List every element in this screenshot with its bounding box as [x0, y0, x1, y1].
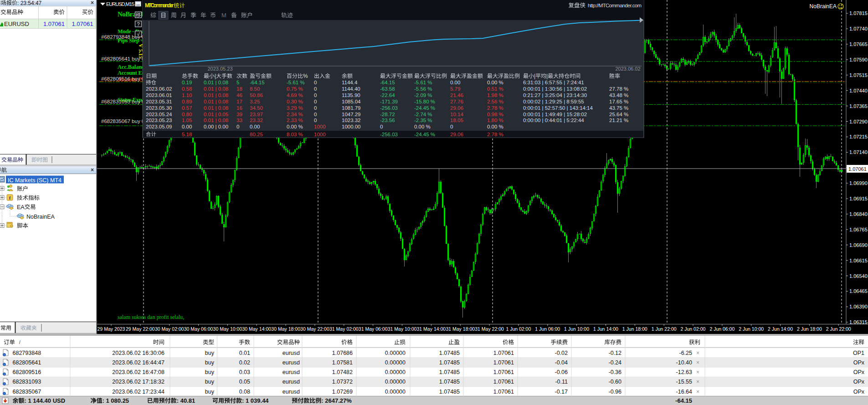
svg-text:0.00: 0.00 — [182, 124, 192, 129]
svg-text:0: 0 — [314, 99, 317, 104]
svg-text:1.07581: 1.07581 — [332, 359, 353, 366]
svg-text:f: f — [9, 195, 11, 200]
svg-text:0.00 %: 0.00 % — [414, 124, 431, 129]
svg-text:-0.36: -0.36 — [609, 369, 622, 375]
svg-text:0.58: 0.58 — [182, 86, 192, 92]
svg-text:31 May 18:00: 31 May 18:00 — [446, 326, 475, 332]
svg-text:OPx: OPx — [853, 369, 865, 375]
svg-text:1.80 %: 1.80 % — [487, 118, 503, 123]
svg-text:18.05: 18.05 — [450, 118, 463, 123]
svg-text:18: 18 — [236, 86, 242, 92]
svg-text:8.50: 8.50 — [250, 86, 260, 92]
svg-text:0.00000: 0.00000 — [385, 350, 406, 356]
svg-text:39: 39 — [236, 112, 242, 117]
svg-text:2.33 %: 2.33 % — [287, 118, 303, 123]
svg-text:-256.03: -256.03 — [380, 132, 398, 137]
svg-text:50.86: 50.86 — [250, 92, 263, 98]
svg-text:0.01: 0.01 — [239, 350, 250, 356]
svg-text:EURUSD: EURUSD — [4, 21, 29, 27]
svg-text:5.18: 5.18 — [182, 132, 192, 137]
svg-text:1.07061: 1.07061 — [493, 350, 514, 356]
svg-text:5: 5 — [236, 80, 239, 85]
svg-text:buy: buy — [205, 369, 215, 375]
svg-text:1 Jun 10:00: 1 Jun 10:00 — [564, 326, 589, 332]
svg-text:OPx: OPx — [853, 359, 865, 366]
svg-text:0: 0 — [236, 124, 239, 129]
svg-text:2.78 %: 2.78 % — [487, 105, 503, 111]
svg-text:: 23:54:47: : 23:54:47 — [17, 0, 42, 6]
svg-text:23.32: 23.32 — [250, 118, 263, 123]
svg-text:0.00 %: 0.00 % — [487, 80, 503, 85]
svg-text:buy: buy — [205, 389, 215, 395]
svg-text:29 May 22:00: 29 May 22:00 — [126, 326, 155, 332]
svg-text:1.07140: 1.07140 — [849, 149, 868, 155]
svg-text:-15.55: -15.55 — [676, 379, 692, 385]
svg-text:2023.05.30: 2023.05.30 — [146, 105, 172, 111]
svg-text:-2.74 %: -2.74 % — [414, 112, 432, 117]
svg-text:1.07061: 1.07061 — [493, 389, 514, 395]
svg-text:2023.05.09: 2023.05.09 — [146, 124, 172, 129]
svg-text:27.76: 27.76 — [450, 99, 463, 104]
svg-text:682793848: 682793848 — [13, 350, 41, 356]
svg-text:-0.24: -0.24 — [609, 359, 622, 366]
svg-text:1.07440: 1.07440 — [849, 88, 868, 93]
svg-text:30 May 18:00: 30 May 18:00 — [271, 326, 300, 332]
svg-text:-0.60: -0.60 — [609, 379, 622, 385]
svg-text:-12.63: -12.63 — [676, 369, 692, 375]
svg-text:1.07485: 1.07485 — [439, 359, 460, 366]
svg-text:29.06: 29.06 — [450, 132, 463, 137]
svg-text:29.06: 29.06 — [450, 105, 463, 111]
svg-text:2023.06.02 16:47:08: 2023.06.02 16:47:08 — [112, 369, 164, 375]
svg-text:1.06915: 1.06915 — [849, 196, 868, 201]
svg-text:43.75 %: 43.75 % — [609, 105, 628, 111]
svg-text:1.07061: 1.07061 — [493, 369, 514, 375]
svg-text:IC Markets (SC) MT4: IC Markets (SC) MT4 — [8, 177, 62, 184]
svg-text:M: M — [221, 12, 226, 19]
svg-text:31 May 10:00: 31 May 10:00 — [388, 326, 417, 332]
svg-text:1.07485: 1.07485 — [439, 369, 460, 375]
svg-text:http://MTCommander.com: http://MTCommander.com — [588, 3, 642, 8]
svg-text:16: 16 — [236, 105, 242, 111]
svg-text:25.64 %: 25.64 % — [609, 112, 628, 117]
svg-text:0.00 | 0.00: 0.00 | 0.00 — [204, 124, 228, 129]
svg-text:1.07482: 1.07482 — [332, 369, 353, 375]
svg-text:: 1 144.40 USD: : 1 144.40 USD — [25, 397, 66, 404]
svg-text:-0.04: -0.04 — [555, 359, 568, 366]
svg-text:-0.06: -0.06 — [555, 369, 568, 375]
svg-text:1.07061: 1.07061 — [848, 166, 867, 172]
svg-text:0:21:27 | 3:25:04 | 23:14:30: 0:21:27 | 3:25:04 | 23:14:30 — [523, 92, 587, 98]
svg-text:0: 0 — [380, 124, 383, 129]
svg-text:2023.06.02 16:30:06: 2023.06.02 16:30:06 — [112, 350, 164, 356]
svg-text:1.07061: 1.07061 — [43, 21, 65, 27]
svg-text:0:00:01 | 1:49:49 | 15:28:02: 0:00:01 | 1:49:49 | 15:28:02 — [523, 112, 587, 117]
svg-text:-2.35 %: -2.35 % — [414, 118, 432, 123]
svg-text:30 May 06:00: 30 May 06:00 — [184, 326, 213, 332]
svg-text:6:31:03 | 6:57:55 | 7:24:41: 6:31:03 | 6:57:55 | 7:24:41 — [523, 80, 584, 85]
svg-text:NoBrainEA: NoBrainEA — [810, 3, 837, 10]
svg-text:2.78 %: 2.78 % — [487, 132, 503, 137]
svg-text:0:00:02 | 1:29:25 | 8:59:55: 0:00:02 | 1:29:25 | 8:59:55 — [523, 99, 584, 104]
svg-text:17: 17 — [236, 99, 242, 104]
svg-text:1.07061: 1.07061 — [72, 21, 93, 27]
svg-text:eurusd: eurusd — [282, 359, 300, 366]
svg-text:30 May 02:00: 30 May 02:00 — [155, 326, 184, 332]
svg-text:2.56 %: 2.56 % — [487, 99, 503, 104]
svg-text:1.06615: 1.06615 — [849, 258, 868, 263]
svg-text:0: 0 — [314, 80, 317, 85]
svg-text:0.98 %: 0.98 % — [487, 112, 503, 117]
svg-text:21.21 %: 21.21 % — [609, 118, 628, 123]
svg-text:1.07269: 1.07269 — [332, 389, 353, 395]
svg-text:2 Jun 10:00: 2 Jun 10:00 — [739, 326, 764, 332]
svg-text:1023.32: 1023.32 — [342, 118, 361, 123]
svg-text:1 Jun 06:00: 1 Jun 06:00 — [535, 326, 560, 332]
svg-text:2023.06.02 17:23:44: 2023.06.02 17:23:44 — [112, 389, 164, 395]
svg-text:1047.29: 1047.29 — [342, 112, 361, 117]
svg-text:1.06315: 1.06315 — [849, 319, 868, 325]
svg-text:1.06840: 1.06840 — [849, 211, 868, 217]
svg-text:1.07485: 1.07485 — [439, 379, 460, 385]
svg-text:%: % — [303, 73, 308, 79]
svg-text:1 Jun 18:00: 1 Jun 18:00 — [622, 326, 647, 332]
svg-text:-64.15: -64.15 — [250, 80, 265, 85]
svg-text:1 Jun 14:00: 1 Jun 14:00 — [593, 326, 618, 332]
svg-text:-256.03: -256.03 — [380, 105, 398, 111]
